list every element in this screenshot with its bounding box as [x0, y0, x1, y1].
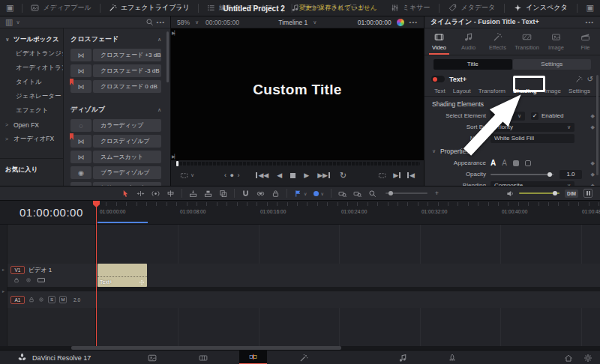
overwrite-clip-button[interactable] [204, 189, 212, 198]
insert-clip-button[interactable] [189, 189, 197, 198]
scrollbar[interactable] [166, 31, 169, 82]
appearance-fill-icon[interactable]: A [490, 159, 496, 167]
jog-control[interactable]: ‹ ● › [224, 172, 240, 179]
lock-icon[interactable] [14, 277, 20, 283]
go-to-end-button[interactable]: ▶▶ [317, 172, 331, 179]
tab-effects[interactable]: Effects [483, 28, 512, 55]
collapse-icon[interactable]: ∧ [158, 37, 161, 43]
video-track-lane[interactable] [96, 264, 600, 287]
tab-transition[interactable]: Transition [512, 28, 542, 55]
sidebar-item-toolbox[interactable]: ∨ ツールボックス [0, 32, 63, 46]
sidebar-item-audiofx[interactable]: > オーディオFX [0, 132, 63, 146]
auto-select-icon[interactable] [38, 297, 44, 303]
tab-file[interactable]: File [571, 28, 600, 55]
track-enable-icon[interactable] [38, 278, 45, 282]
zoom-full-extent-button[interactable] [338, 189, 346, 198]
audio-track-lane[interactable] [96, 291, 600, 308]
timeline-ruler[interactable]: 01:00:00:00 01:00:00:00 01:00:08:00 01:0… [0, 201, 600, 225]
keyframe-wand-icon[interactable] [575, 76, 583, 83]
effect-item-crossfade-0[interactable]: ⋈ クロスフェード 0 dB [70, 80, 161, 93]
track-v1-name[interactable]: ビデオ 1 [28, 266, 52, 274]
tab-image[interactable]: Image [542, 28, 571, 55]
panel-view-icon[interactable]: ▥ [5, 17, 13, 27]
tab-video[interactable]: Video [424, 28, 454, 55]
marker-button[interactable]: ∨ [314, 191, 323, 196]
lock-icon[interactable] [28, 297, 34, 303]
viewer-scrub-bar[interactable] [175, 162, 420, 166]
dim-button[interactable]: DIM [565, 189, 578, 198]
tab-audio[interactable]: Audio [454, 28, 483, 55]
track-a1-badge[interactable]: A1 [10, 296, 25, 304]
effect-item-color-dip[interactable]: ◌ カラーディップ [70, 119, 161, 132]
texttab-layout[interactable]: Layout [453, 88, 471, 94]
timeline-clip-textplus[interactable]: Text+ [98, 264, 147, 287]
opacity-value[interactable]: 1.0 [560, 170, 582, 179]
timeline-selector[interactable]: Timeline 1 [278, 19, 308, 26]
playhead-line[interactable] [96, 204, 97, 346]
inspector-button[interactable]: インスペクタ [514, 3, 567, 13]
enabled-checkbox[interactable]: ✓ [531, 112, 538, 120]
dynamic-trim-mode-button[interactable] [152, 189, 160, 198]
scrub-playhead[interactable] [176, 161, 178, 166]
section-header-dissolve[interactable]: ディゾルブ ∧ [70, 105, 161, 115]
page-fairlight-button[interactable] [398, 354, 407, 363]
slider-knob[interactable] [388, 191, 393, 195]
sidebar-item-openfx[interactable]: > Open FX [0, 118, 63, 132]
page-deliver-button[interactable] [448, 354, 457, 363]
blade-edit-mode-button[interactable] [166, 189, 175, 198]
prev-marker-button[interactable]: ◀ [406, 172, 415, 179]
reset-icon[interactable]: ↺ [587, 75, 593, 83]
go-to-start-button[interactable]: ◀◀ [255, 172, 268, 179]
solo-button[interactable]: S [48, 296, 56, 303]
sidebar-item-favorites[interactable]: お気に入り [0, 163, 63, 177]
play-button[interactable]: ▶ [304, 172, 309, 179]
safe-area-button[interactable]: ∨ [180, 172, 196, 180]
element-name-input[interactable] [490, 134, 574, 143]
effect-item-crossfade-minus3[interactable]: ⋈ クロスフェード -3 dB [70, 64, 161, 77]
page-media-button[interactable] [148, 354, 157, 363]
step-back-button[interactable]: ◀ [277, 172, 282, 179]
sidebar-item-titles[interactable]: タイトル [0, 75, 63, 89]
settings-gear-button[interactable] [584, 354, 592, 363]
page-fusion-button[interactable] [299, 354, 308, 363]
zoom-detail-button[interactable] [353, 189, 362, 198]
mute-button[interactable]: M [59, 296, 67, 303]
color-viewer-icon[interactable] [397, 19, 404, 26]
viewer-zoom-level[interactable]: 58% [177, 19, 190, 26]
section-header-crossfade[interactable]: クロスフェード ∧ [70, 34, 161, 44]
zoom-custom-button[interactable] [368, 189, 376, 198]
audio-monitor-slider[interactable] [519, 192, 560, 194]
metadata-button[interactable]: メタデータ [448, 3, 495, 13]
select-element-dropdown[interactable]: ∨ [490, 112, 525, 121]
appearance-outline-icon[interactable]: A [502, 159, 507, 167]
effects-library-button[interactable]: エフェクトライブラリ [109, 3, 190, 13]
overflow-menu-icon[interactable]: ••• [157, 19, 165, 25]
scrollbar[interactable] [596, 75, 598, 175]
slider-knob[interactable] [553, 191, 557, 195]
stop-button[interactable] [290, 173, 296, 178]
texttab-shading[interactable]: Shading [513, 88, 537, 94]
sidebar-item-generators[interactable]: ジェネレーター [0, 89, 63, 103]
overflow-menu-icon[interactable]: ••• [410, 19, 418, 25]
node-enable-toggle[interactable] [431, 76, 445, 82]
chevron-down-icon[interactable]: ∨ [432, 148, 437, 154]
chevron-down-icon[interactable]: ∨ [16, 19, 21, 25]
zoom-plus-icon[interactable]: + [435, 189, 439, 197]
sidebar-item-video-transitions[interactable]: ビデオトランジシ... [0, 46, 63, 61]
video-canvas[interactable]: ▶▏ ▶▏ Custom Title [171, 28, 424, 160]
home-button[interactable] [564, 354, 573, 363]
appearance-border-square-icon[interactable] [525, 160, 531, 166]
effect-item-smooth-cut[interactable]: ⋈ スムースカット [70, 151, 161, 163]
speaker-icon[interactable] [506, 189, 514, 198]
keyframe-diamond-icon[interactable]: ◆ [591, 160, 595, 166]
texttab-transform[interactable]: Transform [478, 88, 506, 94]
timeline-zoom-slider[interactable] [386, 192, 428, 194]
sidebar-item-audio-transitions[interactable]: オーディオトラン... [0, 61, 63, 75]
auto-select-icon[interactable] [26, 277, 32, 283]
texttab-settings[interactable]: Settings [568, 88, 590, 94]
next-marker-button[interactable]: ▶ [393, 172, 401, 179]
chevron-down-icon[interactable]: ∨ [313, 19, 318, 25]
effect-item-blur-dissolve[interactable]: ◉ ブラーディゾルブ [70, 166, 161, 179]
replace-clip-button[interactable] [219, 189, 227, 198]
mixer-button[interactable]: ミキサー [391, 3, 430, 13]
